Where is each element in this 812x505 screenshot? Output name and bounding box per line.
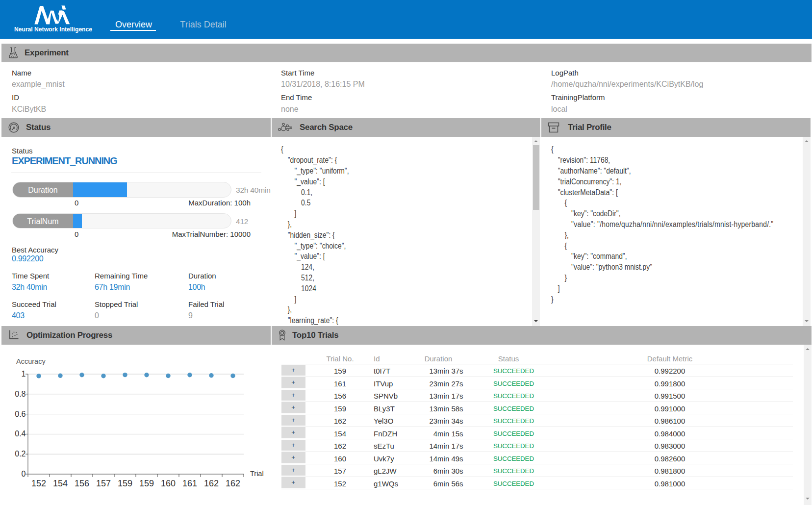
svg-text:159: 159 <box>118 479 132 488</box>
svg-text:Trial: Trial <box>250 470 264 478</box>
svg-text:0: 0 <box>22 470 26 478</box>
svg-text:162: 162 <box>226 479 240 488</box>
svg-text:154: 154 <box>53 479 68 488</box>
svg-text:0.6: 0.6 <box>15 410 25 418</box>
svg-text:0.2: 0.2 <box>15 450 25 458</box>
svg-text:162: 162 <box>204 479 219 488</box>
svg-text:152: 152 <box>31 479 46 488</box>
svg-text:157: 157 <box>96 479 111 488</box>
svg-text:0.4: 0.4 <box>15 429 25 438</box>
svg-text:1: 1 <box>22 370 26 378</box>
svg-text:159: 159 <box>139 479 154 488</box>
svg-text:Accuracy: Accuracy <box>16 357 46 365</box>
svg-text:160: 160 <box>161 479 176 488</box>
svg-text:161: 161 <box>182 479 197 488</box>
svg-text:0.8: 0.8 <box>15 390 25 398</box>
svg-text:156: 156 <box>75 479 89 488</box>
